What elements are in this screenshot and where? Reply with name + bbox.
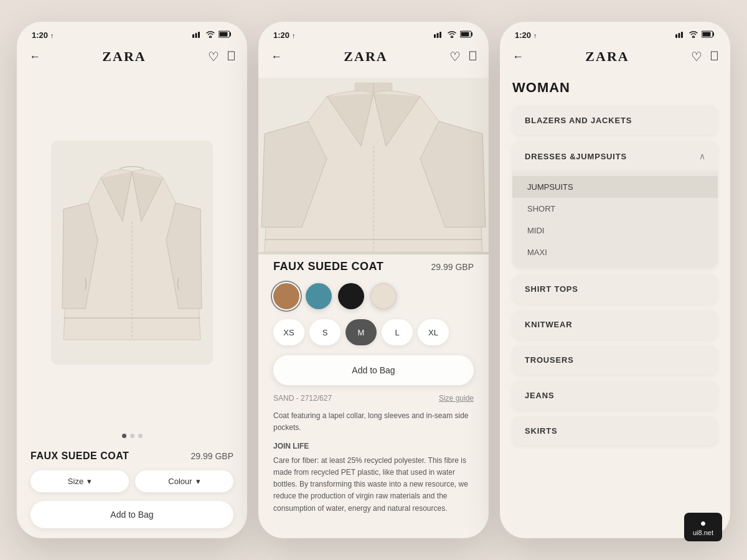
logo-3: ZARA (585, 49, 629, 65)
bag-button-2[interactable]: ⎕ (469, 49, 476, 64)
signal-icon-3 (675, 30, 685, 40)
menu-item-dresses[interactable]: DRESSES &JUMPSUITS ∧ (512, 141, 718, 171)
time-2: 1:20 (273, 30, 289, 40)
swatch-cream[interactable] (370, 283, 397, 309)
menu-content: WOMAN BLAZERS AND JACKETS DRESSES &JUMPS… (500, 72, 730, 538)
submenu-dresses: JUMPSUITS SHORT MIDI MAXI (512, 171, 718, 268)
submenu-jumpsuits[interactable]: JUMPSUITS (512, 176, 718, 198)
colour-selector[interactable]: Colour ▾ (135, 470, 233, 492)
product-info-1: FAUX SUEDE COAT 29.99 GBP Size ▾ Colour … (17, 443, 247, 538)
status-icons-2 (434, 30, 474, 40)
svg-rect-10 (439, 32, 441, 38)
size-xs[interactable]: XS (273, 319, 304, 345)
svg-rect-18 (675, 34, 677, 38)
join-life-section: JOIN LIFE Care for fiber: at least 25% r… (273, 441, 474, 515)
submenu-short[interactable]: SHORT (512, 198, 718, 220)
swatch-teal[interactable] (306, 283, 332, 309)
time-3: 1:20 (515, 30, 531, 40)
nav-bar-2: ← ZARA ♡ ⎕ (258, 44, 489, 72)
status-bar-1: 1:20 ↑ (17, 22, 247, 44)
heart-button-3[interactable]: ♡ (691, 49, 702, 64)
bag-button-1[interactable]: ⎕ (228, 49, 235, 64)
status-icons-1 (192, 30, 232, 40)
menu-item-trousers[interactable]: TROUSERS (512, 345, 718, 375)
product-price-2: 29.99 GBP (431, 262, 474, 272)
location-icon-1: ↑ (50, 32, 54, 39)
watermark-icon: ● (700, 518, 707, 529)
nav-actions-1: ♡ ⎕ (208, 49, 235, 64)
heart-button-2[interactable]: ♡ (449, 49, 461, 64)
menu-item-shirt-tops-label: SHIRT TOPS (525, 284, 578, 294)
chevron-down-icon-size: ▾ (87, 477, 92, 486)
status-time-3: 1:20 ↑ (515, 30, 537, 40)
wifi-icon-3 (688, 30, 698, 40)
logo-1: ZARA (102, 49, 146, 65)
size-guide-link[interactable]: Size guide (439, 394, 474, 403)
product-description: Coat featuring a lapel collar, long slee… (273, 410, 474, 434)
add-to-bag-button-1[interactable]: Add to Bag (31, 501, 233, 528)
section-title: WOMAN (512, 80, 718, 96)
size-m[interactable]: M (345, 319, 377, 345)
svg-rect-9 (437, 33, 439, 38)
svg-rect-22 (703, 32, 711, 37)
size-l[interactable]: L (382, 319, 413, 345)
menu-item-knitwear-label: KNITWEAR (525, 320, 572, 329)
svg-rect-1 (195, 33, 197, 38)
coat-image-1 (51, 141, 213, 365)
svg-rect-4 (220, 32, 228, 37)
join-life-title: JOIN LIFE (273, 441, 474, 452)
svg-rect-8 (434, 34, 436, 38)
back-button-2[interactable]: ← (271, 50, 282, 63)
wifi-icon-1 (205, 30, 215, 40)
bag-button-3[interactable]: ⎕ (711, 49, 718, 64)
menu-item-dresses-label: DRESSES &JUMPSUITS (525, 152, 627, 161)
menu-item-trousers-label: TROUSERS (525, 355, 574, 365)
status-icons-3 (675, 30, 715, 40)
dot-3 (138, 434, 143, 438)
product-title-detail: FAUX SUEDE COAT 29.99 GBP (273, 260, 474, 273)
back-button-1[interactable]: ← (29, 50, 40, 63)
product-name-1: FAUX SUEDE COAT (31, 450, 129, 462)
menu-item-shirt-tops[interactable]: SHIRT TOPS (512, 274, 718, 304)
sku-code: SAND - 2712/627 (273, 394, 332, 403)
swatch-tan[interactable] (273, 283, 299, 309)
size-selector[interactable]: Size ▾ (31, 470, 129, 492)
nav-bar-1: ← ZARA ♡ ⎕ (17, 44, 247, 72)
dot-1 (122, 434, 126, 438)
phones-container: 1:20 ↑ ← ZARA ♡ ⎕ (17, 22, 730, 538)
back-button-3[interactable]: ← (512, 50, 524, 63)
options-row-1: Size ▾ Colour ▾ (31, 470, 233, 492)
location-icon-2: ↑ (292, 32, 296, 39)
svg-rect-2 (198, 32, 200, 38)
menu-item-skirts[interactable]: SKIRTS (512, 416, 718, 446)
submenu-maxi[interactable]: MAXI (512, 241, 718, 263)
menu-item-skirts-label: SKIRTS (525, 426, 557, 436)
swatch-black[interactable] (338, 283, 364, 309)
product-name-2: FAUX SUEDE COAT (273, 260, 383, 273)
phone-1: 1:20 ↑ ← ZARA ♡ ⎕ (17, 22, 247, 538)
heart-button-1[interactable]: ♡ (208, 49, 219, 64)
wifi-icon-2 (447, 30, 457, 40)
logo-2: ZARA (344, 49, 387, 65)
join-life-text: Care for fiber: at least 25% recycled po… (273, 455, 474, 515)
battery-icon-2 (460, 30, 474, 40)
battery-icon-3 (702, 30, 715, 40)
size-s[interactable]: S (309, 319, 341, 345)
signal-icon-1 (192, 30, 202, 40)
product-image-2 (258, 72, 489, 260)
status-bar-3: 1:20 ↑ (500, 22, 730, 44)
menu-item-blazers[interactable]: BLAZERS AND JACKETS (512, 106, 718, 135)
location-icon-3: ↑ (533, 32, 537, 39)
add-to-bag-button-2[interactable]: Add to Bag (273, 355, 474, 385)
menu-item-jeans[interactable]: JEANS (512, 381, 718, 410)
size-label: Size (68, 477, 83, 486)
menu-item-knitwear[interactable]: KNITWEAR (512, 310, 718, 339)
status-time-1: 1:20 ↑ (32, 30, 54, 40)
menu-item-jeans-label: JEANS (525, 391, 554, 400)
chevron-up-icon: ∧ (699, 151, 705, 161)
submenu-midi[interactable]: MIDI (512, 220, 718, 241)
color-swatches (273, 283, 474, 309)
size-xl[interactable]: XL (418, 319, 449, 345)
status-bar-2: 1:20 ↑ (258, 22, 489, 44)
nav-actions-3: ♡ ⎕ (691, 49, 718, 64)
